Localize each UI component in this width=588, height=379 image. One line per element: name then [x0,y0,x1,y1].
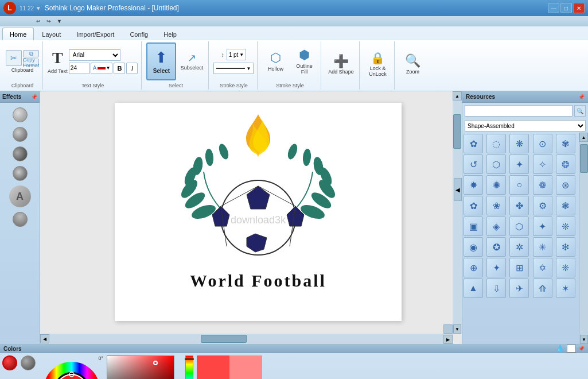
effect-gradient-h[interactable] [13,146,28,161]
shape-item[interactable]: ❃ [556,196,575,215]
cut-button[interactable]: ✂ [6,50,22,66]
shape-item[interactable]: ↺ [464,154,483,174]
scroll-down-button[interactable]: ▼ [453,324,461,334]
color-wheel-svg[interactable] [43,361,100,379]
subselect-button[interactable]: ↗ Subselect [178,42,205,80]
effects-pin-icon[interactable]: 📌 [31,94,37,100]
effect-gradient-v[interactable] [13,127,28,142]
shape-item[interactable]: ❂ [556,154,575,174]
shape-item[interactable]: ✿ [464,196,483,215]
stroke-width-input[interactable]: 1 pt ▼ [227,49,247,60]
shape-item[interactable]: ⬡ [509,216,529,236]
font-select[interactable]: Arial [69,49,120,61]
scroll-up-button[interactable]: ▲ [453,91,462,100]
shape-item[interactable]: ✳ [533,237,552,257]
tab-home[interactable]: Home [2,28,34,40]
font-color-button[interactable]: A ▼ [91,63,113,74]
resources-search-button[interactable]: 🔍 [574,105,586,117]
undo-button[interactable]: ↩ [34,18,42,25]
resources-scrollbar[interactable]: ▲ ▼ [579,133,588,344]
swatch-light-red[interactable] [197,355,229,379]
shape-item[interactable]: ✈ [509,279,529,298]
shape-item[interactable]: ✦ [509,154,529,174]
swatch-lighter-red[interactable] [229,355,262,379]
italic-button[interactable]: I [126,63,138,74]
resources-category-select[interactable]: Shape-Assembled Shape-Basic Shape-Comple… [465,120,586,132]
select-button[interactable]: ⬆ Select [146,42,176,80]
shape-item[interactable]: ▣ [464,216,483,236]
tab-layout[interactable]: Layout [34,28,68,40]
shape-item[interactable]: ◈ [486,216,506,236]
shape-item[interactable]: ✡ [533,258,552,277]
shape-item[interactable]: ✿ [464,134,483,153]
hollow-button[interactable]: ⬡ Hollow [262,42,289,80]
scroll-thumb-v[interactable] [453,114,461,149]
effect-text[interactable]: A [9,185,31,207]
tab-import-export[interactable]: Import/Export [69,28,122,40]
shape-item[interactable]: ⬡ [486,154,506,174]
res-scroll-down[interactable]: ▼ [580,335,588,344]
shape-item[interactable]: ✲ [509,237,529,257]
shape-item[interactable]: ❀ [486,196,506,215]
shape-item[interactable]: ❈ [556,258,575,277]
tab-config[interactable]: Config [122,28,155,40]
minimize-button[interactable]: — [548,3,559,13]
shape-item[interactable]: ✺ [486,175,506,195]
add-text-button[interactable]: Add Text [48,68,68,74]
effect-diamond[interactable] [9,209,30,230]
maximize-button[interactable]: □ [560,3,572,13]
shape-item[interactable]: ✾ [556,134,575,153]
add-shape-button[interactable]: ➕ Add Shape [326,45,356,83]
shape-item[interactable]: ▲ [464,279,483,298]
copy-format-button[interactable]: Copy Format [23,59,39,66]
redo-button[interactable]: ↪ [45,18,53,25]
shape-item[interactable]: ○ [509,175,529,195]
scroll-thumb-h[interactable] [201,335,247,343]
res-scroll-thumb[interactable] [580,144,588,173]
shape-item[interactable]: ✧ [533,154,552,174]
tab-help[interactable]: Help [156,28,184,40]
shape-item[interactable]: ⊞ [509,258,529,277]
color-dropper-icon[interactable]: 💧 [556,345,564,353]
shape-item[interactable]: ⊕ [464,258,483,277]
shape-item[interactable]: ⊙ [533,134,552,153]
color-circle-gray[interactable] [21,355,36,370]
resources-pin-icon[interactable]: 📌 [578,94,585,100]
font-size-input[interactable] [69,63,89,74]
zoom-button[interactable]: 🔍 Zoom [399,45,426,83]
shape-item[interactable]: ⇩ [486,279,506,298]
shape-item[interactable]: ❁ [533,175,552,195]
white-swatch[interactable] [567,345,576,353]
res-scroll-up[interactable]: ▲ [579,133,588,142]
scroll-right-button[interactable]: ▶ [443,335,453,344]
scroll-left-button[interactable]: ◀ [40,334,49,343]
canvas-scrollbar-h[interactable]: ◀ ▶ [40,334,453,344]
shape-item[interactable]: ✤ [509,196,529,215]
close-button[interactable]: ✕ [573,3,585,13]
shape-item[interactable]: ◌ [486,134,506,153]
shape-item[interactable]: ✦ [533,216,552,236]
bold-button[interactable]: B [114,63,125,74]
hue-bar[interactable] [185,355,193,379]
colors-pin-icon[interactable]: 📌 [578,346,585,351]
outline-fill-button[interactable]: ⬢ Outline Fill [291,42,317,80]
effect-flat[interactable] [13,107,28,122]
shape-item[interactable]: ❊ [556,216,575,236]
stroke-line-selector[interactable]: ▼ [213,63,254,74]
resources-collapse-button[interactable]: ◀ [454,178,462,201]
color-gradient-box[interactable] [107,355,174,379]
shape-item[interactable]: ✶ [556,279,575,298]
shape-item[interactable]: ❇ [556,237,575,257]
shape-item[interactable]: ⚙ [533,196,552,215]
canvas-scrollbar-v[interactable]: ▲ ▼ [453,91,462,334]
effect-radial[interactable] [13,166,28,181]
quick-access-dropdown[interactable]: ▼ [55,18,64,25]
lock-button[interactable]: 🔒 Lock & UnLock [364,45,391,83]
color-circle-red-bright[interactable] [2,355,17,370]
shape-item[interactable]: ⊛ [556,175,575,195]
shape-item[interactable]: ⟰ [533,279,552,298]
shape-item[interactable]: ❋ [509,134,529,153]
shape-item[interactable]: ✸ [464,175,483,195]
shape-item[interactable]: ◉ [464,237,483,257]
shape-item[interactable]: ✪ [486,237,506,257]
